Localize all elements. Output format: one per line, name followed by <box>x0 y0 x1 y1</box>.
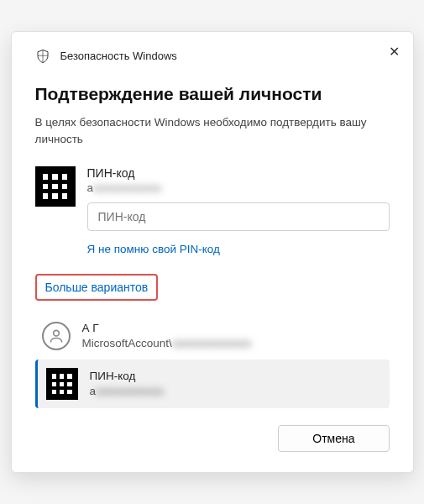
cancel-button[interactable]: Отмена <box>278 425 389 452</box>
options-list: А Г MicrosoftAccount\xxxxxxxxxxxxxx ПИН-… <box>35 312 390 408</box>
dialog-footer: Отмена <box>35 425 390 452</box>
keypad-icon <box>46 368 78 400</box>
svg-point-0 <box>53 331 59 337</box>
pin-fields: ПИН-код axxxxxxxxxxxx <box>87 166 390 231</box>
option-account-sub: MicrosoftAccount\xxxxxxxxxxxxxx <box>82 336 252 351</box>
window-title: Безопасность Windows <box>60 50 177 62</box>
option-pin[interactable]: ПИН-код axxxxxxxxxxxx <box>35 360 390 408</box>
more-options-link[interactable]: Больше вариантов <box>35 274 159 301</box>
dialog-heading: Подтверждение вашей личности <box>35 84 390 104</box>
option-text: А Г MicrosoftAccount\xxxxxxxxxxxxxx <box>82 321 252 351</box>
pin-input[interactable] <box>87 202 390 231</box>
keypad-icon <box>35 166 76 207</box>
forgot-pin-link[interactable]: Я не помню свой PIN-код <box>87 243 390 255</box>
option-pin-label: ПИН-код <box>90 369 165 384</box>
close-button[interactable]: ✕ <box>389 45 400 59</box>
option-account-name: А Г <box>82 321 252 336</box>
pin-section: ПИН-код axxxxxxxxxxxx <box>35 166 390 231</box>
option-microsoft-account[interactable]: А Г MicrosoftAccount\xxxxxxxxxxxxxx <box>35 312 390 360</box>
shield-icon <box>35 49 50 64</box>
pin-label: ПИН-код <box>87 166 390 180</box>
dialog-header: Безопасность Windows <box>35 49 390 64</box>
dialog-subtext: В целях безопасности Windows необходимо … <box>35 114 390 149</box>
option-pin-email: axxxxxxxxxxxx <box>90 384 165 399</box>
security-dialog: Безопасность Windows ✕ Подтверждение ваш… <box>11 31 414 474</box>
person-icon <box>42 322 71 350</box>
pin-account-email: axxxxxxxxxxxx <box>87 181 390 194</box>
option-text: ПИН-код axxxxxxxxxxxx <box>90 369 165 399</box>
